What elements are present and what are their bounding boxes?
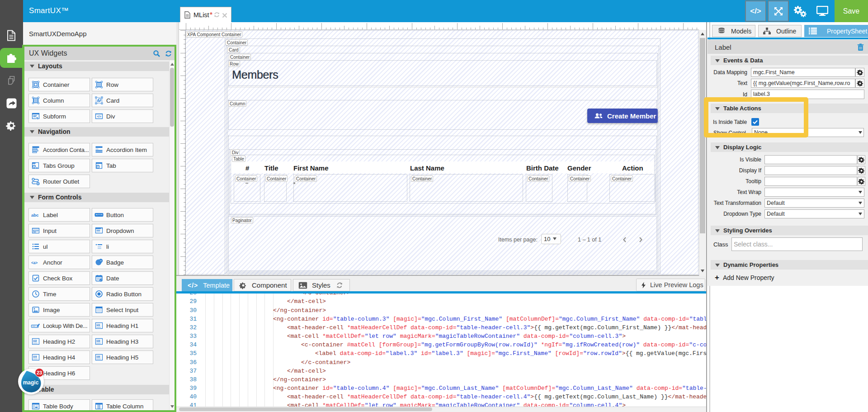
svg-text:H2: H2	[33, 339, 37, 342]
svg-text:H1: H1	[97, 323, 100, 327]
svg-text:H3: H3	[97, 339, 100, 342]
svg-text:</>: </>	[97, 115, 101, 118]
svg-text:BUTTON: BUTTON	[96, 214, 103, 216]
svg-text:magic: magic	[23, 379, 39, 386]
svg-text:<a>: <a>	[31, 261, 38, 265]
svg-text:abc: abc	[31, 213, 39, 218]
svg-text:H4: H4	[33, 355, 37, 358]
svg-text:H5: H5	[97, 355, 100, 358]
svg-text:00: 00	[100, 260, 102, 262]
